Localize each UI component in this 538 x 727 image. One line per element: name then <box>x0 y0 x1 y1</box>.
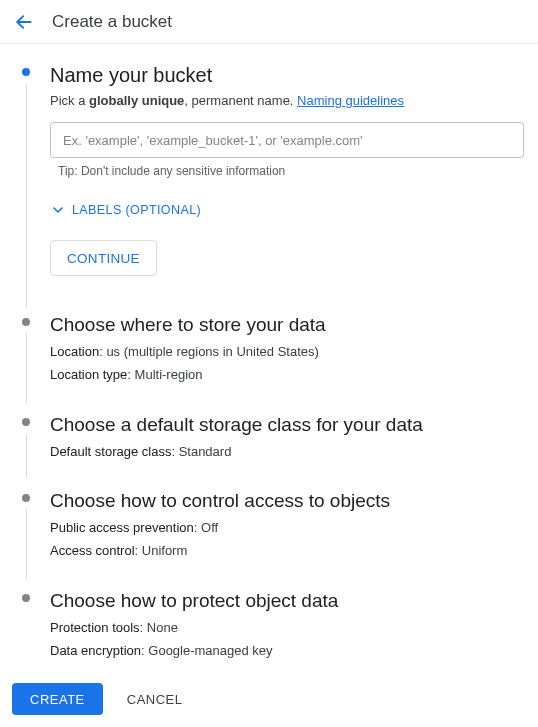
arrow-left-icon <box>14 12 34 32</box>
access-control-row: Access control: Uniform <box>50 541 526 562</box>
page-title: Create a bucket <box>52 12 172 32</box>
storage-class-val: : Standard <box>171 444 231 459</box>
continue-button[interactable]: CONTINUE <box>50 240 157 276</box>
create-button-label: CREATE <box>30 692 85 707</box>
labels-toggle[interactable]: LABELS (OPTIONAL) <box>50 202 526 218</box>
bucket-name-tip: Tip: Don't include any sensitive informa… <box>58 164 526 178</box>
bucket-name-input[interactable] <box>50 122 524 158</box>
step-line <box>26 510 27 578</box>
step-line <box>26 84 27 308</box>
step-title: Choose how to protect object data <box>50 590 526 612</box>
footer-actions: CREATE CANCEL <box>12 683 189 715</box>
create-button[interactable]: CREATE <box>12 683 103 715</box>
protection-tools-key: Protection tools <box>50 620 140 635</box>
labels-toggle-label: LABELS (OPTIONAL) <box>72 203 201 217</box>
data-encryption-key: Data encryption <box>50 643 141 658</box>
step-title: Choose a default storage class for your … <box>50 414 526 436</box>
step-storage-class[interactable]: Choose a default storage class for your … <box>22 414 526 479</box>
cancel-button[interactable]: CANCEL <box>121 691 189 708</box>
step-marker <box>22 594 30 602</box>
step-marker <box>22 318 30 326</box>
step-protect-data[interactable]: Choose how to protect object data Protec… <box>22 590 526 662</box>
step-location[interactable]: Choose where to store your data Location… <box>22 314 526 402</box>
location-val: : us (multiple regions in United States) <box>99 344 319 359</box>
desc-bold: globally unique <box>89 93 184 108</box>
form-body: Name your bucket Pick a globally unique,… <box>0 44 538 662</box>
step-title: Choose where to store your data <box>50 314 526 336</box>
header-bar: Create a bucket <box>0 0 538 44</box>
step-marker <box>22 494 30 502</box>
data-encryption-val: : Google-managed key <box>141 643 273 658</box>
bucket-name-field: Tip: Don't include any sensitive informa… <box>50 122 526 178</box>
step-description: Pick a globally unique, permanent name. … <box>50 93 526 108</box>
location-type-row: Location type: Multi-region <box>50 365 526 386</box>
step-title: Name your bucket <box>50 64 526 87</box>
step-line <box>26 434 27 479</box>
access-control-val: : Uniform <box>135 543 188 558</box>
location-key: Location <box>50 344 99 359</box>
desc-suffix: , permanent name. <box>184 93 297 108</box>
step-line <box>26 334 27 402</box>
protection-tools-val: : None <box>140 620 178 635</box>
storage-class-key: Default storage class <box>50 444 171 459</box>
page: Create a bucket Name your bucket Pick a … <box>0 0 538 727</box>
step-name-bucket: Name your bucket Pick a globally unique,… <box>22 64 526 302</box>
desc-prefix: Pick a <box>50 93 89 108</box>
step-title: Choose how to control access to objects <box>50 490 526 512</box>
access-control-key: Access control <box>50 543 135 558</box>
step-marker <box>22 418 30 426</box>
continue-button-label: CONTINUE <box>67 251 140 266</box>
public-access-key: Public access prevention <box>50 520 194 535</box>
data-encryption-row: Data encryption: Google-managed key <box>50 641 526 662</box>
back-button[interactable] <box>12 10 36 34</box>
public-access-row: Public access prevention: Off <box>50 518 526 539</box>
chevron-down-icon <box>50 202 66 218</box>
protection-tools-row: Protection tools: None <box>50 618 526 639</box>
location-row: Location: us (multiple regions in United… <box>50 342 526 363</box>
step-access-control[interactable]: Choose how to control access to objects … <box>22 490 526 578</box>
public-access-val: : Off <box>194 520 218 535</box>
location-type-val: : Multi-region <box>127 367 202 382</box>
naming-guidelines-link[interactable]: Naming guidelines <box>297 93 404 108</box>
storage-class-row: Default storage class: Standard <box>50 442 526 463</box>
step-marker-active <box>22 68 30 76</box>
location-type-key: Location type <box>50 367 127 382</box>
cancel-button-label: CANCEL <box>127 692 183 707</box>
